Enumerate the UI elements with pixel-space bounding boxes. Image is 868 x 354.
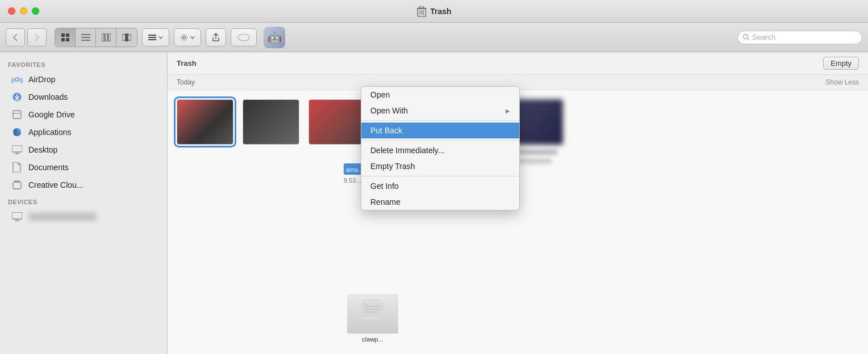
tag-button[interactable] (231, 28, 257, 47)
svg-point-24 (744, 35, 748, 39)
creative-cloud-label: Creative Clou... (28, 180, 83, 189)
content-area: Trash Empty Today Show Less (168, 52, 868, 354)
svg-rect-20 (148, 37, 156, 38)
file-item-1[interactable] (177, 99, 233, 164)
menu-item-put-back[interactable]: Put Back (361, 123, 519, 138)
svg-point-23 (238, 34, 249, 41)
airdrop-icon (11, 74, 23, 85)
airdrop-label: AirDrop (28, 75, 55, 84)
forward-button[interactable] (27, 28, 47, 47)
devices-header: Devices (0, 194, 167, 208)
tag-icon (237, 33, 251, 42)
desktop-label: Desktop (28, 145, 57, 154)
nav-group (6, 28, 47, 47)
empty-button[interactable]: Empty (823, 57, 859, 70)
sidebar-item-documents[interactable]: Documents (3, 159, 164, 176)
search-placeholder: Search (752, 33, 775, 41)
menu-item-delete-immediately[interactable]: Delete Immediately... (361, 142, 519, 158)
svg-rect-2 (419, 7, 424, 9)
view-icon-button[interactable] (55, 28, 76, 47)
svg-rect-40 (361, 303, 384, 318)
svg-rect-36 (12, 212, 22, 219)
file-thumb-2 (243, 99, 299, 145)
selected-file-meta: 9.53... (344, 177, 361, 184)
menu-item-rename[interactable]: Rename (361, 194, 519, 210)
title-bar: Trash (0, 0, 868, 23)
menu-separator-2 (361, 140, 519, 141)
menu-item-get-info[interactable]: Get Info (361, 178, 519, 194)
share-icon (212, 33, 220, 42)
favorites-header: Favorites (0, 57, 167, 70)
minimize-button[interactable] (20, 7, 27, 15)
file-item-bottom[interactable]: clawp... (347, 294, 398, 343)
svg-rect-15 (105, 33, 107, 41)
menu-item-empty-trash[interactable]: Empty Trash (361, 158, 519, 174)
window-title-area: Trash (416, 5, 451, 18)
sidebar-item-applications[interactable]: Applications (3, 124, 164, 141)
action-button[interactable] (174, 28, 201, 47)
main-layout: Favorites AirDrop (0, 52, 868, 354)
bottom-file-name: clawp... (362, 336, 383, 343)
automator-icon: 🤖 (264, 27, 285, 48)
trash-title-icon (416, 5, 427, 18)
view-cover-button[interactable] (116, 28, 137, 47)
close-button[interactable] (8, 7, 15, 15)
search-icon (742, 33, 750, 41)
context-menu: Open Open With ▶ Put Back Delete Immedia… (361, 86, 520, 210)
svg-rect-30 (13, 111, 21, 119)
downloads-label: Downloads (28, 92, 68, 102)
arrange-button[interactable] (142, 28, 169, 47)
svg-rect-6 (418, 7, 420, 7)
svg-rect-10 (66, 38, 69, 41)
file-item-2[interactable] (243, 99, 299, 164)
svg-rect-16 (108, 33, 111, 41)
documents-label: Documents (28, 163, 69, 172)
sidebar-item-downloads[interactable]: Downloads (3, 88, 164, 106)
svg-rect-19 (148, 35, 156, 36)
share-button[interactable] (206, 28, 226, 47)
menu-item-open[interactable]: Open (361, 87, 519, 103)
svg-point-22 (183, 36, 186, 39)
svg-rect-18 (125, 33, 128, 41)
search-box[interactable]: Search (737, 31, 862, 44)
view-column-button[interactable] (96, 28, 116, 47)
svg-rect-7 (61, 33, 65, 37)
sidebar-item-google-drive[interactable]: Google Drive (3, 106, 164, 123)
sidebar-item-airdrop[interactable]: AirDrop (3, 71, 164, 88)
window-title: Trash (430, 7, 451, 16)
svg-rect-32 (12, 145, 22, 152)
action-dropdown-icon (190, 35, 195, 40)
svg-rect-8 (66, 33, 69, 37)
sidebar: Favorites AirDrop (0, 52, 168, 354)
show-less-button[interactable]: Show Less (825, 78, 859, 86)
desktop-icon (11, 144, 23, 155)
file-thumb-3 (308, 99, 365, 145)
device-icon (11, 211, 23, 222)
svg-rect-9 (61, 38, 65, 41)
content-header: Trash Empty (168, 52, 868, 75)
menu-item-open-with[interactable]: Open With ▶ (361, 103, 519, 119)
back-button[interactable] (6, 28, 25, 47)
downloads-icon (11, 91, 23, 103)
file-item-3[interactable] (308, 99, 365, 164)
menu-separator-3 (361, 176, 519, 176)
sidebar-item-device[interactable] (3, 208, 164, 225)
google-drive-label: Google Drive (28, 110, 75, 119)
applications-icon (11, 127, 23, 138)
traffic-lights (0, 7, 39, 15)
documents-icon (11, 162, 23, 173)
content-title: Trash (177, 59, 197, 68)
device-name-blurred (28, 213, 97, 221)
svg-point-26 (15, 78, 19, 81)
sidebar-item-desktop[interactable]: Desktop (3, 141, 164, 158)
file-thumb-1 (177, 99, 233, 145)
gear-icon (180, 33, 188, 41)
automator-button[interactable]: 🤖 (261, 26, 287, 49)
google-drive-icon (11, 109, 23, 120)
maximize-button[interactable] (32, 7, 39, 15)
sidebar-item-creative-cloud[interactable]: Creative Clou... (3, 176, 164, 193)
svg-rect-21 (148, 39, 156, 40)
menu-separator-1 (361, 120, 519, 121)
view-list-button[interactable] (76, 28, 96, 47)
view-mode-group (55, 28, 137, 47)
